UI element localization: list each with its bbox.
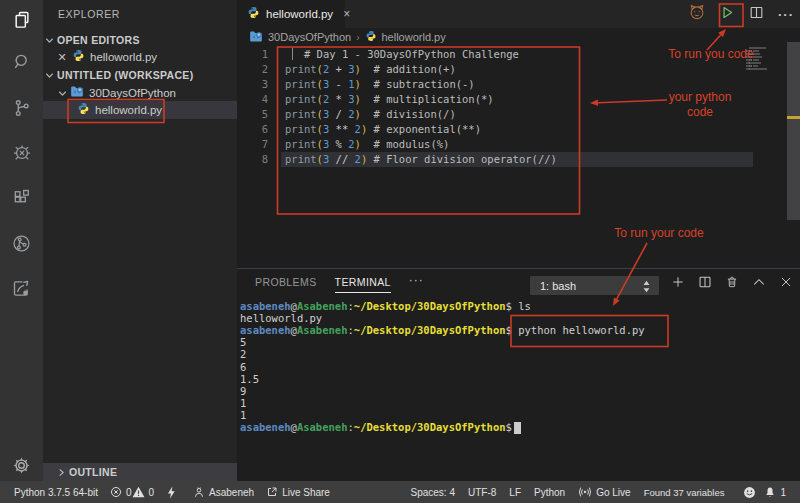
new-terminal-icon[interactable] [671,275,685,293]
run-file-icon[interactable] [720,5,735,24]
maximize-panel-icon[interactable] [752,275,766,293]
status-live-share[interactable]: Live Share [266,486,330,498]
terminal-line: asabeneh@Asabeneh:~/Desktop/30DaysOfPyth… [240,324,645,336]
workspace-header[interactable]: UNTITLED (WORKSPACE) [43,66,237,84]
status-variables[interactable]: Found 37 variables [644,487,725,498]
terminal-line: 2 [240,348,246,360]
terminal-line: 6 [240,361,246,373]
breadcrumb-file[interactable]: helloworld.py [382,31,446,43]
settings-gear-icon[interactable] [0,445,43,485]
minimap-line [753,68,767,70]
chevron-down-icon [45,71,54,80]
tab-problems[interactable]: PROBLEMS [255,276,317,293]
minimap-line [753,53,761,55]
code-line[interactable]: 3print(3 - 1) # subtraction(-) [237,77,800,92]
breadcrumb-separator: › [356,32,359,43]
breadcrumb: 30DaysOfPython › helloworld.py [237,28,800,46]
chevron-right-icon [57,468,66,477]
source-control-icon[interactable] [0,88,43,128]
search-icon[interactable] [0,42,43,82]
live-share-icon[interactable] [0,268,43,308]
folder-icon [249,30,263,45]
editor-area: helloworld.py × [237,0,800,481]
status-notifications[interactable]: 1 [764,486,786,499]
close-panel-icon[interactable] [779,275,793,293]
pet-cat-icon[interactable] [688,3,706,25]
python-file-icon [77,101,90,119]
tab-helloworld[interactable]: helloworld.py × [237,0,345,28]
line-number: 8 [237,152,268,167]
code-line[interactable]: 1 # Day 1 - 30DaysOfPython Challenge [237,47,800,62]
minimap-line [753,62,761,64]
line-number: 6 [237,122,268,137]
line-number: 3 [237,77,268,92]
smiley-icon [743,486,756,499]
status-warnings[interactable]: 0 [132,486,155,498]
code-line[interactable]: 5print(3 / 2) # division(/) [237,107,800,122]
status-feedback[interactable] [743,486,760,499]
bell-icon [764,486,776,499]
panel: PROBLEMS TERMINAL ··· 1: bash [237,268,800,481]
debug-icon[interactable] [0,133,43,173]
minimap-line [753,50,759,52]
open-editor-item[interactable]: ✕ helloworld.py [43,48,237,66]
close-icon[interactable]: ✕ [57,51,67,64]
vscode-window: EXPLORER OPEN EDITORS ✕ helloworld.py UN… [0,0,800,503]
terminal-line: 5 [240,336,246,348]
terminal-cursor [514,422,521,434]
split-editor-icon[interactable] [749,5,764,24]
lightning-icon [166,486,177,499]
terminal-select[interactable]: 1: bash [530,276,659,295]
broadcast-icon [578,486,592,498]
terminal-line: 1.5 [240,373,259,385]
status-indentation[interactable]: Spaces: 4 [411,487,455,498]
more-actions-icon[interactable]: ··· [778,7,794,22]
terminal-line: helloworld.py [240,312,322,324]
status-go-live[interactable]: Go Live [578,486,630,498]
file-item-selected[interactable]: helloworld.py [43,101,237,119]
terminal[interactable]: asabeneh@Asabeneh:~/Desktop/30DaysOfPyth… [240,300,798,480]
line-number: 7 [237,137,268,152]
terminal-line: 9 [240,385,246,397]
status-bar: Python 3.7.5 64-bit 0 0 Asabeneh Live Sh… [0,481,800,503]
kill-terminal-icon[interactable] [725,275,739,293]
explorer-icon[interactable] [0,0,43,40]
status-errors[interactable]: 0 [110,486,132,498]
tab-terminal[interactable]: TERMINAL [335,276,391,293]
terminal-line: asabeneh@Asabeneh:~/Desktop/30DaysOfPyth… [240,300,531,312]
status-encoding[interactable]: UTF-8 [468,487,496,498]
editor-cursor [292,48,294,60]
line-number: 5 [237,107,268,122]
folder-item[interactable]: 30DaysOfPython [43,84,237,102]
editor-scrollbar[interactable] [787,42,800,220]
terminal-line: 1 [240,409,246,421]
line-number: 2 [237,62,268,77]
open-editors-header[interactable]: OPEN EDITORS [43,31,237,49]
code-line[interactable]: 7print(3 % 2) # modulus(%) [237,137,800,152]
code-editor[interactable]: 1 # Day 1 - 30DaysOfPython Challenge2pri… [237,46,800,268]
python-file-icon [365,30,377,44]
chevron-down-icon [45,36,54,45]
code-line[interactable]: 6print(3 ** 2) # exponential(**) [237,122,800,137]
panel-more-icon[interactable]: ··· [409,273,424,293]
status-lightning[interactable] [166,486,181,499]
code-line[interactable]: 4print(2 * 3) # multiplication(*) [237,92,800,107]
extensions-icon[interactable] [0,178,43,218]
outline-header[interactable]: OUTLINE [43,463,237,481]
code-line[interactable]: 2print(2 + 3) # addition(+) [237,62,800,77]
python-file-icon [247,5,260,23]
minimap-line [753,59,759,61]
line-number: 1 [237,47,268,62]
circle-branch-icon[interactable] [0,223,43,263]
breadcrumb-folder[interactable]: 30DaysOfPython [268,31,351,43]
line-number: 4 [237,92,268,107]
split-terminal-icon[interactable] [698,275,712,293]
status-language[interactable]: Python [534,487,565,498]
status-account[interactable]: Asabeneh [193,486,254,499]
status-python-version[interactable]: Python 3.7.5 64-bit [14,487,98,498]
person-icon [193,486,205,499]
status-eol[interactable]: LF [509,487,521,498]
minimap[interactable] [746,47,786,77]
tab-close-icon[interactable]: × [343,7,350,21]
code-line[interactable]: 8print(3 // 2) # Floor division operator… [237,152,800,167]
